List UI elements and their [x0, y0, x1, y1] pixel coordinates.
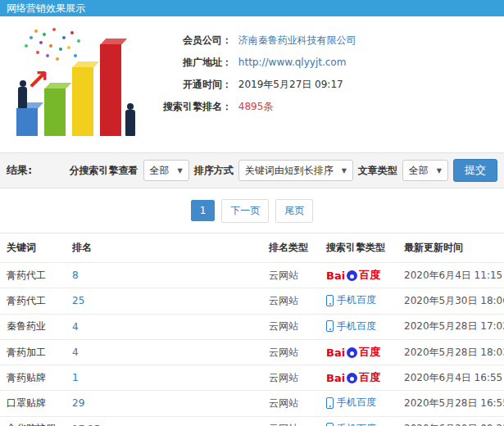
promo-site-row: 推广地址： http://www.qlyyjt.com [150, 52, 356, 74]
company-link[interactable]: 济南秦鲁药业科技有限公司 [238, 34, 356, 46]
site-link[interactable]: http://www.qlyyjt.com [238, 57, 347, 68]
mobile-baidu-logo: 手机百度 [326, 422, 376, 426]
article-type-filter-value: 全部 [409, 164, 429, 178]
mobile-baidu-label: 手机百度 [337, 396, 376, 410]
updated-cell: 2020年6月20日 09:25 [397, 416, 504, 426]
mobile-baidu-label: 手机百度 [337, 293, 376, 307]
mobile-baidu-logo: 手机百度 [326, 396, 376, 410]
table-row: 口罩贴牌 29 云网站 手机百度 2020年5月28日 16:55 [0, 391, 504, 417]
baidu-logo: Bai 百度 [326, 345, 380, 360]
company-label: 会员公司： [150, 29, 232, 52]
baidu-logo-latin: Bai [326, 372, 345, 384]
keyword-cell: 秦鲁药业 [0, 314, 66, 340]
rank-link[interactable]: 25 [72, 295, 84, 306]
chevron-down-icon: ▼ [437, 167, 442, 174]
next-page-button[interactable]: 下一页 [221, 199, 269, 223]
engine-cell: Bai 百度 [320, 263, 397, 288]
ranking-table: 关键词 排名 排名类型 搜索引擎类型 最新更新时间 膏药代工 8 云网站 Bai… [0, 233, 504, 426]
pagination: 1 下一页 尾页 [0, 188, 504, 233]
article-type-filter-select[interactable]: 全部 ▼ [402, 160, 448, 181]
mobile-baidu-label: 手机百度 [337, 320, 376, 333]
keyword-cell: 金华防护服 [0, 416, 66, 426]
confetti-decoration [34, 29, 38, 33]
engine-cell: 手机百度 [320, 416, 397, 426]
mobile-baidu-label: 手机百度 [337, 422, 376, 426]
baidu-paw-icon [347, 347, 357, 358]
mobile-baidu-logo: 手机百度 [326, 320, 376, 333]
article-type-filter-label: 文章类型 [358, 164, 397, 178]
table-row: 膏药加工 4 云网站 Bai 百度 2020年5月28日 18:03 [0, 340, 504, 365]
engine-filter-value: 全部 [150, 164, 170, 178]
marketing-chart-image: ↗ [7, 23, 150, 146]
header-keyword: 关键词 [0, 233, 66, 263]
keyword-cell: 膏药贴牌 [0, 365, 66, 391]
engine-cell: 手机百度 [320, 391, 397, 417]
engine-filter-select[interactable]: 全部 ▼ [143, 160, 189, 181]
top-section: ↗ 会员公司： 济南秦鲁药业科技有限公司 推广地址： http://www.ql… [0, 16, 504, 152]
keyword-cell: 膏药代工 [0, 263, 66, 288]
growth-arrow-icon: ↗ [26, 66, 50, 93]
mobile-phone-icon [326, 423, 334, 426]
opened-value: 2019年5月27日 09:17 [238, 79, 343, 90]
table-row: 膏药代工 8 云网站 Bai 百度 2020年6月4日 11:15 [0, 263, 504, 288]
rank-type-cell: 云网站 [262, 416, 320, 426]
engine-cell: 手机百度 [320, 288, 397, 315]
rank-type-cell: 云网站 [262, 365, 320, 391]
keyword-cell: 口罩贴牌 [0, 391, 66, 417]
page-1-button[interactable]: 1 [191, 200, 216, 221]
mobile-phone-icon [326, 295, 334, 306]
baidu-logo-latin: Bai [326, 270, 345, 282]
updated-cell: 2020年5月28日 18:03 [397, 340, 504, 365]
sort-filter-select[interactable]: 关键词由短到长排序 ▼ [238, 160, 353, 181]
table-body: 膏药代工 8 云网站 Bai 百度 2020年6月4日 11:15 膏药代工 2… [0, 263, 504, 426]
sort-filter-value: 关键词由短到长排序 [245, 164, 334, 178]
rank-type-cell: 云网站 [262, 340, 320, 365]
baidu-paw-icon [347, 373, 357, 383]
baidu-logo-latin: Bai [326, 347, 345, 359]
chevron-down-icon: ▼ [178, 167, 183, 174]
table-row: 秦鲁药业 4 云网站 手机百度 2020年5月28日 17:02 [0, 314, 504, 340]
rank-type-cell: 云网站 [262, 263, 320, 288]
rank-link[interactable]: 1 [72, 372, 79, 383]
engine-cell: Bai 百度 [320, 365, 397, 391]
rank-link[interactable]: 8 [72, 270, 79, 281]
engine-rank-row: 搜索引擎排名： 4895条 [150, 96, 356, 118]
chevron-down-icon: ▼ [342, 167, 347, 174]
table-row: 金华防护服 17,25 云网站 手机百度 2020年6月20日 09:25 [0, 416, 504, 426]
submit-button[interactable]: 提交 [453, 159, 497, 182]
rank-type-cell: 云网站 [262, 288, 320, 315]
rank-link[interactable]: 29 [72, 397, 84, 409]
header-engine-type: 搜索引擎类型 [320, 233, 397, 263]
chart-bar-red [100, 44, 121, 136]
engine-cell: Bai 百度 [320, 340, 397, 365]
rank-link[interactable]: 4 [72, 321, 79, 333]
last-page-button[interactable]: 尾页 [275, 199, 313, 223]
table-header-row: 关键词 排名 排名类型 搜索引擎类型 最新更新时间 [0, 233, 504, 263]
rank-link[interactable]: 4 [72, 347, 79, 358]
businessman-figure-left [18, 87, 27, 108]
rank-type-cell: 云网站 [262, 391, 320, 417]
engine-filter-label: 分搜索引擎查看 [70, 164, 138, 178]
baidu-logo: Bai 百度 [326, 268, 380, 283]
rank-type-cell: 云网站 [262, 314, 320, 340]
sort-filter-label: 排序方式 [194, 164, 234, 178]
result-label: 结果: [7, 163, 32, 178]
rank-count-label: 搜索引擎排名： [150, 96, 232, 118]
page-title: 网络营销效果展示 [0, 0, 504, 16]
updated-cell: 2020年5月28日 16:55 [397, 391, 504, 417]
filter-bar: 结果: 分搜索引擎查看 全部 ▼ 排序方式 关键词由短到长排序 ▼ 文章类型 全… [0, 152, 504, 188]
mobile-phone-icon [326, 320, 334, 332]
baidu-logo: Bai 百度 [326, 370, 380, 385]
businessman-figure-right [125, 110, 135, 136]
baidu-logo-hanzi: 百度 [359, 268, 380, 283]
opened-time-row: 开通时间： 2019年5月27日 09:17 [150, 74, 356, 96]
mobile-phone-icon [326, 397, 334, 409]
table-row: 膏药代工 25 云网站 手机百度 2020年5月30日 18:06 [0, 288, 504, 315]
updated-cell: 2020年6月4日 11:15 [397, 263, 504, 288]
member-info-panel: 会员公司： 济南秦鲁药业科技有限公司 推广地址： http://www.qlyy… [150, 23, 356, 146]
baidu-paw-icon [347, 270, 357, 281]
member-company-row: 会员公司： 济南秦鲁药业科技有限公司 [150, 29, 356, 52]
header-rank: 排名 [66, 233, 262, 263]
rank-count-value: 4895条 [238, 101, 274, 112]
keyword-cell: 膏药加工 [0, 340, 66, 365]
